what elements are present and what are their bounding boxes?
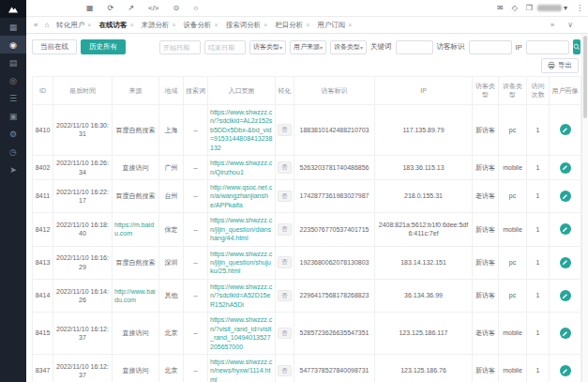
visitor-id-input[interactable] <box>469 40 512 54</box>
tab-close-icon[interactable]: × <box>348 22 352 28</box>
entry-page-link[interactable]: https://www.shwzzz.cn/jijin_question/dia… <box>210 217 272 241</box>
cell-user-profile <box>550 279 581 312</box>
tab-搜索词分析[interactable]: 搜索词分析× <box>222 19 272 32</box>
table-row: 83472022/11/10 16:12:37直接访问北京--https://w… <box>33 354 581 382</box>
tab-close-icon[interactable]: × <box>306 22 309 28</box>
cell-converted: 否 <box>276 179 294 212</box>
tab-转化用户[interactable]: 转化用户× <box>53 19 95 32</box>
tabs-back-icon[interactable]: « <box>31 21 40 29</box>
edit-pencil-icon <box>562 164 568 171</box>
cell-id: 8411 <box>33 179 53 212</box>
tabs-collapse-icon[interactable]: ∨ <box>565 21 576 29</box>
circle-icon[interactable]: ○ <box>193 5 198 12</box>
scrollbar-thumb[interactable] <box>583 36 587 118</box>
end-date-input[interactable] <box>204 40 246 54</box>
tab-label: 用户订阅 <box>317 21 345 30</box>
sidebar-item-documents[interactable]: ▣ <box>0 107 26 125</box>
cell-visits: 1 <box>527 213 550 246</box>
edit-profile-button[interactable] <box>560 162 571 174</box>
visitors-icon: ◉ <box>9 40 17 50</box>
converted-badge: 否 <box>278 161 292 174</box>
entry-page-link[interactable]: https://www.shwzzz.cn/?visit_rand_id=vis… <box>210 316 272 349</box>
tab-栏目分析[interactable]: 栏目分析× <box>271 19 313 32</box>
more-menu-icon[interactable]: ⋮ <box>576 5 583 12</box>
export-button[interactable]: 导出 <box>541 58 579 73</box>
entry-page-link[interactable]: https://www.shwzzz.cn/news/hyxw/1114.htm… <box>210 359 272 382</box>
sidebar-item-monitor[interactable]: ◎ <box>0 71 26 89</box>
cell-visitor_type: 新访客 <box>473 213 499 246</box>
edit-profile-button[interactable] <box>560 365 571 376</box>
history-all-button[interactable]: 历史所有 <box>81 39 126 54</box>
search-button[interactable] <box>573 39 580 54</box>
tag-icon[interactable]: ◇ <box>512 5 518 12</box>
cell-keyword: -- <box>184 354 208 382</box>
edit-pencil-icon <box>562 193 568 200</box>
app-logo <box>0 0 26 18</box>
keyword-input[interactable] <box>396 40 433 54</box>
device-type-select[interactable]: 设备类型 ▾ <box>330 40 367 54</box>
cell-source: 直接访问 <box>113 354 159 382</box>
edit-profile-button[interactable] <box>560 328 571 339</box>
tabs-forward-icon[interactable]: » <box>548 21 557 29</box>
share-icon[interactable]: ↗ <box>128 5 134 12</box>
edit-profile-button[interactable] <box>560 124 571 135</box>
home-icon[interactable]: ⌂ <box>41 21 52 29</box>
entry-page-link[interactable]: https://www.shwzzz.cn/?sdclkid=A52D15eR1… <box>210 283 272 308</box>
table-row: 84112022/11/10 16:22:17百度自然搜索台州--http://… <box>33 179 581 212</box>
tab-close-icon[interactable]: × <box>129 22 133 28</box>
tab-close-icon[interactable]: × <box>172 22 175 28</box>
cell-ip: 183.14.132.151 <box>375 246 473 279</box>
visitor-type-select[interactable]: 访客类型 ▾ <box>249 40 286 54</box>
tab-设备分析[interactable]: 设备分析× <box>180 19 222 32</box>
cell-converted: 否 <box>276 313 294 355</box>
tab-来源分析[interactable]: 来源分析× <box>137 19 179 32</box>
cell-time: 2022/11/10 16:12:37 <box>53 354 113 382</box>
cell-visits: 1 <box>527 179 550 212</box>
tab-label: 搜索词分析 <box>226 21 262 30</box>
edit-profile-button[interactable] <box>560 223 571 235</box>
tab-在线访客[interactable]: 在线访客× <box>95 19 137 32</box>
sidebar-item-reports[interactable]: ▤ <box>0 53 26 71</box>
edit-profile-button[interactable] <box>560 257 571 268</box>
tab-close-icon[interactable]: × <box>87 22 91 28</box>
tab-用户订阅[interactable]: 用户订阅× <box>313 19 355 32</box>
source-link[interactable]: http://www.baidu.com <box>114 288 156 303</box>
cell-region: 保定 <box>159 213 184 246</box>
sidebar-item-dashboard[interactable]: ▦ <box>0 18 26 36</box>
start-date-input[interactable] <box>159 40 201 54</box>
cell-user-profile <box>550 246 581 279</box>
cell-time: 2022/11/10 16:22:17 <box>53 179 113 212</box>
cell-visitor_type: 新访客 <box>473 156 499 180</box>
converted-badge: 否 <box>278 290 292 302</box>
sidebar-item-visitors[interactable]: ◉ <box>0 36 26 53</box>
sidebar-item-push[interactable]: ➤ <box>0 160 26 178</box>
entry-page-link[interactable]: https://www.shwzzz.cn/jijin_question/shu… <box>210 251 272 275</box>
edit-profile-button[interactable] <box>560 290 571 301</box>
ip-input[interactable] <box>526 40 569 54</box>
user-menu[interactable]: ▾ <box>537 5 567 12</box>
lock-icon[interactable]: ⊙ <box>173 5 180 12</box>
edit-profile-button[interactable] <box>560 191 571 202</box>
message-icon[interactable]: ✉ <box>497 5 504 12</box>
entry-page-link[interactable]: http://www.qsoc.net.cn/a/wangzhanjianshe… <box>210 184 272 208</box>
vertical-scrollbar[interactable] <box>581 34 588 382</box>
user-source-select[interactable]: 用户来源 ▾ <box>290 40 326 54</box>
user-source-select-label: 用户来源 <box>294 42 320 52</box>
tab-close-icon[interactable]: × <box>264 22 267 28</box>
source-link[interactable]: https://m.baidu.com <box>114 222 154 237</box>
fullscreen-icon[interactable]: ❐ <box>526 5 533 12</box>
cell-region: 深圳 <box>159 246 184 279</box>
refresh-icon[interactable]: ⟳ <box>108 5 114 12</box>
tab-close-icon[interactable]: × <box>215 22 219 28</box>
sidebar-item-history[interactable]: ◷ <box>0 143 26 160</box>
grid-icon[interactable]: ▦ <box>86 5 94 12</box>
code-icon[interactable]: </> <box>148 5 159 12</box>
sidebar-item-database[interactable]: ☰ <box>0 89 26 107</box>
icon-sidebar: ▦◉▤◎☰▣⚙◷➤ <box>0 0 26 382</box>
cell-visitor_id: 5477378527840098731 <box>294 354 375 382</box>
table-row: 84022022/11/10 16:26:34直接访问广州--https://w… <box>33 156 581 180</box>
entry-page-link[interactable]: https://www.shwzzz.cn/Qinzhou1 <box>210 160 272 175</box>
sidebar-item-settings[interactable]: ⚙ <box>0 125 26 143</box>
entry-page-link[interactable]: https://www.shwzzz.cn/?sdclkid=AL2z152sb… <box>210 109 272 151</box>
current-online-button[interactable]: 当前在线 <box>32 39 77 54</box>
